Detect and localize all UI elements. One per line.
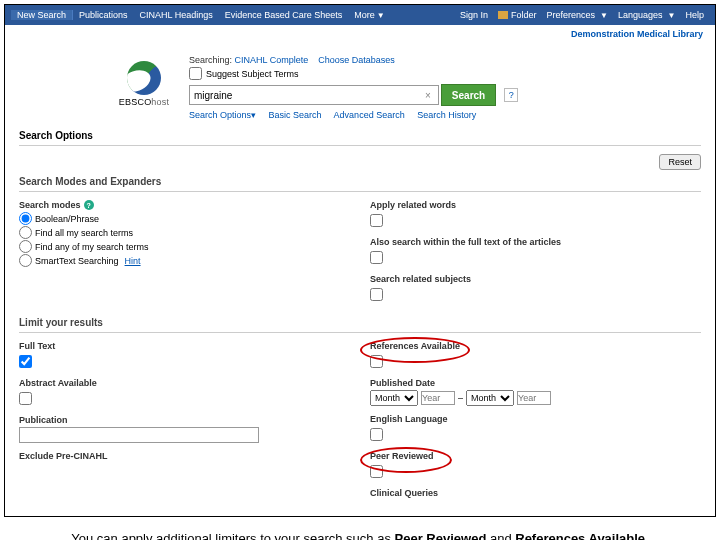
search-options-toggle[interactable]: Search Options▾ — [189, 110, 256, 120]
publications-link[interactable]: Publications — [73, 10, 134, 20]
search-input[interactable] — [189, 85, 439, 105]
top-nav: New Search Publications CINAHL Headings … — [5, 5, 715, 25]
more-menu[interactable]: More▼ — [348, 10, 390, 20]
database-name[interactable]: CINAHL Complete — [235, 55, 309, 65]
suggest-terms-label: Suggest Subject Terms — [206, 69, 298, 79]
references-label: References Available — [370, 341, 701, 351]
help-link[interactable]: Help — [680, 10, 709, 20]
evidence-based-link[interactable]: Evidence Based Care Sheets — [219, 10, 349, 20]
year-to-input[interactable] — [517, 391, 551, 405]
english-checkbox[interactable] — [370, 428, 383, 441]
new-search-link[interactable]: New Search — [11, 10, 73, 20]
mode-find-any-radio[interactable] — [19, 240, 32, 253]
info-icon[interactable]: ? — [84, 200, 94, 210]
mode-boolean-radio[interactable] — [19, 212, 32, 225]
search-options-heading: Search Options — [19, 130, 701, 141]
help-icon[interactable]: ? — [504, 88, 518, 102]
apply-related-label: Apply related words — [370, 200, 701, 210]
month-to-select[interactable]: Month — [466, 390, 514, 406]
preferences-link[interactable]: Preferences▼ — [542, 10, 613, 20]
smarttext-hint-link[interactable]: Hint — [125, 256, 141, 266]
chevron-down-icon: ▼ — [600, 11, 608, 20]
abstract-label: Abstract Available — [19, 378, 350, 388]
logo-icon — [127, 61, 161, 95]
languages-link[interactable]: Languages▼ — [613, 10, 680, 20]
search-button[interactable]: Search — [441, 84, 496, 106]
advanced-search-link[interactable]: Advanced Search — [334, 110, 405, 120]
suggest-terms-checkbox[interactable] — [189, 67, 202, 80]
abstract-checkbox[interactable] — [19, 392, 32, 405]
also-fulltext-label: Also search within the full text of the … — [370, 237, 701, 247]
clinical-queries-label: Clinical Queries — [370, 488, 701, 498]
chevron-down-icon: ▼ — [377, 11, 385, 20]
library-name-link[interactable]: Demonstration Medical Library — [571, 29, 703, 39]
apply-related-checkbox[interactable] — [370, 214, 383, 227]
publication-input[interactable] — [19, 427, 259, 443]
also-fulltext-checkbox[interactable] — [370, 251, 383, 264]
sign-in-link[interactable]: Sign In — [455, 10, 493, 20]
english-label: English Language — [370, 414, 701, 424]
published-date-label: Published Date — [370, 378, 701, 388]
references-checkbox[interactable] — [370, 355, 383, 368]
limit-results-heading: Limit your results — [19, 317, 701, 328]
choose-databases-link[interactable]: Choose Databases — [318, 55, 395, 65]
publication-label: Publication — [19, 415, 350, 425]
basic-search-link[interactable]: Basic Search — [269, 110, 322, 120]
peer-reviewed-label: Peer Reviewed — [370, 451, 701, 461]
slide-caption: You can apply additional limiters to you… — [0, 521, 720, 540]
folder-link[interactable]: Folder — [493, 10, 542, 20]
clear-search-icon[interactable]: × — [425, 90, 431, 101]
mode-smarttext-radio[interactable] — [19, 254, 32, 267]
full-text-checkbox[interactable] — [19, 355, 32, 368]
search-history-link[interactable]: Search History — [417, 110, 476, 120]
full-text-label: Full Text — [19, 341, 350, 351]
chevron-down-icon: ▼ — [668, 11, 676, 20]
search-modes-label: Search modes — [19, 200, 81, 210]
related-subjects-checkbox[interactable] — [370, 288, 383, 301]
folder-icon — [498, 11, 508, 19]
year-from-input[interactable] — [421, 391, 455, 405]
month-from-select[interactable]: Month — [370, 390, 418, 406]
related-subjects-label: Search related subjects — [370, 274, 701, 284]
cinahl-headings-link[interactable]: CINAHL Headings — [134, 10, 219, 20]
exclude-pre-label: Exclude Pre-CINAHL — [19, 451, 350, 461]
reset-button[interactable]: Reset — [659, 154, 701, 170]
library-bar: Demonstration Medical Library — [5, 25, 715, 43]
ebsco-logo: EBSCOhost — [109, 61, 179, 120]
searching-label: Searching: — [189, 55, 232, 65]
mode-find-all-radio[interactable] — [19, 226, 32, 239]
peer-reviewed-checkbox[interactable] — [370, 465, 383, 478]
modes-expanders-heading: Search Modes and Expanders — [19, 176, 701, 187]
